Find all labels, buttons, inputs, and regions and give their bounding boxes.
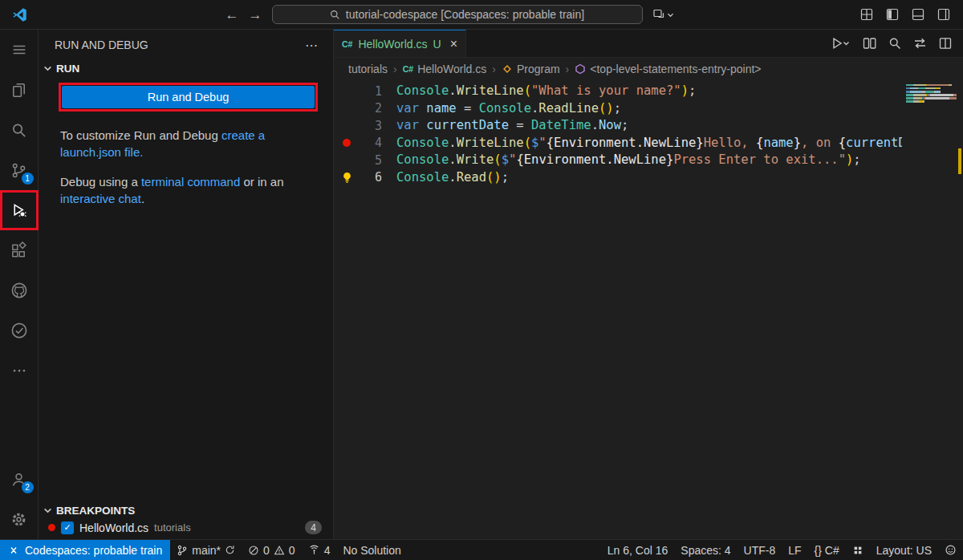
explorer-icon[interactable]	[0, 70, 39, 110]
minimap[interactable]	[904, 79, 957, 539]
toggle-panel-icon[interactable]	[912, 8, 924, 21]
csharp-file-icon: C#	[403, 64, 413, 74]
scm-badge: 1	[22, 172, 34, 185]
symbol-class-icon	[502, 63, 513, 75]
settings-gear-icon[interactable]	[0, 499, 39, 539]
compare-changes-icon[interactable]	[913, 37, 927, 50]
tab-close-icon[interactable]: ×	[450, 37, 457, 51]
overview-ruler	[957, 79, 963, 539]
testing-icon[interactable]	[0, 310, 39, 351]
breadcrumb-item[interactable]: Program	[502, 63, 560, 75]
gutter[interactable]: 123456	[334, 79, 396, 539]
vscode-logo-icon	[0, 7, 39, 22]
code-line[interactable]: var name = Console.ReadLine();	[396, 100, 902, 118]
breadcrumbs: tutorials›C#HelloWorld.cs›Program›<top-l…	[334, 58, 963, 79]
search-editor-icon[interactable]	[888, 37, 901, 50]
run-or-debug-button[interactable]	[831, 37, 851, 50]
ports-icon	[308, 544, 320, 556]
accounts-icon[interactable]: 2	[0, 459, 39, 499]
breakpoint-list-item[interactable]: ✓ HelloWorld.cs tutorials 4	[39, 519, 333, 538]
source-control-icon[interactable]: 1	[0, 150, 39, 190]
csharp-file-icon: C#	[342, 39, 352, 49]
code-line[interactable]: Console.WriteLine("What is your name?");	[396, 83, 902, 100]
breakpoints-section: BREAKPOINTS ✓ HelloWorld.cs tutorials 4	[39, 502, 333, 539]
extensions-icon[interactable]	[0, 230, 39, 270]
split-editor-icon[interactable]	[939, 37, 952, 50]
code-area[interactable]: 123456 Console.WriteLine("What is your n…	[334, 79, 963, 539]
breakpoints-header[interactable]: BREAKPOINTS	[39, 502, 333, 519]
run-section-label: RUN	[56, 63, 79, 75]
navigate-back-icon[interactable]: ←	[226, 8, 239, 22]
tab-label: HelloWorld.cs	[358, 38, 427, 51]
tab-git-status: U	[433, 38, 441, 51]
git-branch-icon	[177, 545, 188, 556]
language-mode-item[interactable]: {} C#	[808, 544, 846, 557]
overview-warning-marker	[958, 148, 961, 174]
run-button-annotation: Run and Debug	[59, 83, 318, 112]
tab-bar: C# HelloWorld.cs U ×	[334, 30, 963, 58]
customize-layout-icon[interactable]	[860, 8, 873, 21]
breakpoint-dot-icon[interactable]	[343, 139, 351, 147]
indentation-item[interactable]: Spaces: 4	[674, 544, 737, 557]
ports-status-item[interactable]: 4	[302, 544, 337, 557]
minimap-content	[906, 84, 957, 103]
line-number: 3	[360, 119, 382, 133]
breadcrumb-item[interactable]: <top-level-statements-entry-point>	[575, 63, 761, 75]
line-number: 4	[360, 136, 382, 150]
sync-icon	[225, 545, 235, 555]
views-more-actions-icon[interactable]: ⋯	[305, 38, 319, 53]
search-view-icon[interactable]	[0, 110, 39, 150]
interactive-chat-link[interactable]: interactive chat	[60, 192, 141, 205]
gutter-row[interactable]: 2	[334, 100, 396, 118]
feedback-smiley-item[interactable]	[938, 544, 963, 556]
more-views-icon[interactable]	[0, 351, 39, 391]
breakpoint-checkbox[interactable]: ✓	[61, 521, 74, 534]
code-line[interactable]: Console.Read();	[396, 169, 902, 187]
run-and-debug-icon[interactable]	[0, 190, 39, 230]
breakpoint-dot-icon	[48, 524, 55, 531]
code-line[interactable]: Console.Write($"{Environment.NewLine}Pre…	[396, 152, 902, 169]
branch-status-item[interactable]: main*	[170, 544, 242, 557]
run-and-debug-button[interactable]: Run and Debug	[62, 86, 315, 108]
breadcrumb-item[interactable]: tutorials	[348, 63, 388, 75]
gutter-row[interactable]: 4	[334, 135, 396, 152]
chevron-down-icon	[43, 64, 52, 73]
status-bar: Codespaces: probable train main* 0 0 4 N…	[0, 539, 963, 560]
gutter-row[interactable]: 6	[334, 169, 396, 187]
remote-indicator[interactable]: Codespaces: probable train	[0, 540, 170, 560]
line-number: 5	[360, 153, 382, 168]
gutter-row[interactable]: 5	[334, 152, 396, 169]
terminal-command-link[interactable]: terminal command	[141, 175, 240, 189]
open-changes-icon[interactable]	[863, 37, 876, 50]
gutter-row[interactable]: 1	[334, 83, 396, 100]
toggle-secondary-sidebar-icon[interactable]	[937, 8, 950, 21]
code-line[interactable]: var currentDate = DateTime.Now;	[396, 117, 902, 135]
command-center-search[interactable]: tutorial-codespace [Codespaces: probable…	[272, 5, 643, 24]
solution-status-item[interactable]: No Solution	[336, 544, 407, 557]
tab-helloworld[interactable]: C# HelloWorld.cs U ×	[334, 30, 466, 57]
breadcrumb-item[interactable]: C#HelloWorld.cs	[403, 63, 487, 75]
ports-grid-item[interactable]	[846, 545, 870, 556]
run-section-header[interactable]: RUN	[39, 60, 333, 77]
remote-window-menu-icon[interactable]	[652, 8, 674, 21]
problems-status-item[interactable]: 0 0	[242, 544, 302, 557]
gutter-row[interactable]: 3	[334, 117, 396, 135]
chevron-down-icon	[43, 506, 52, 515]
accounts-badge: 2	[22, 481, 34, 493]
eol-item[interactable]: LF	[782, 544, 807, 557]
menu-icon[interactable]	[0, 30, 39, 70]
smiley-icon	[945, 544, 957, 556]
breakpoint-file: HelloWorld.cs	[79, 521, 148, 534]
cursor-position-item[interactable]: Ln 6, Col 16	[601, 544, 675, 557]
navigate-forward-icon[interactable]: →	[249, 8, 262, 22]
code-lines[interactable]: Console.WriteLine("What is your name?");…	[396, 79, 902, 539]
search-value: tutorial-codespace [Codespaces: probable…	[346, 8, 584, 21]
grid-icon	[852, 545, 863, 556]
symbol-method-icon	[575, 63, 586, 75]
toggle-primary-sidebar-icon[interactable]	[886, 8, 899, 21]
github-icon[interactable]	[0, 270, 39, 310]
code-line[interactable]: Console.WriteLine($"{Environment.NewLine…	[396, 135, 902, 152]
encoding-item[interactable]: UTF-8	[737, 544, 782, 557]
keyboard-layout-item[interactable]: Layout: US	[870, 544, 938, 557]
lightbulb-icon[interactable]	[341, 172, 353, 184]
